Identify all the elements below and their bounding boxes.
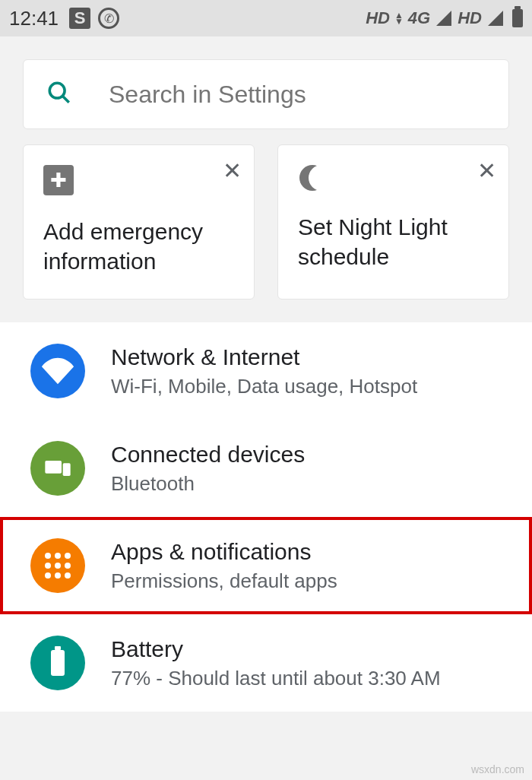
svg-rect-3: [63, 463, 71, 476]
item-connected-devices[interactable]: Connected devices Bluetooth: [0, 420, 532, 517]
search-placeholder: Search in Settings: [109, 81, 306, 109]
hd-indicator-1: HD: [366, 8, 390, 28]
moon-icon: [299, 165, 325, 191]
item-subtitle: Wi-Fi, Mobile, Data usage, Hotspot: [111, 375, 417, 398]
close-icon[interactable]: ✕: [223, 157, 242, 184]
item-apps-notifications[interactable]: Apps & notifications Permissions, defaul…: [0, 517, 532, 614]
suggestion-title: Set Night Light schedule: [298, 212, 489, 271]
svg-rect-2: [45, 461, 62, 474]
plus-icon: ✚: [43, 165, 74, 195]
svg-line-1: [62, 96, 69, 103]
settings-list: Network & Internet Wi-Fi, Mobile, Data u…: [0, 322, 532, 712]
item-network-internet[interactable]: Network & Internet Wi-Fi, Mobile, Data u…: [0, 322, 532, 420]
watermark: wsxdn.com: [471, 763, 524, 775]
svg-point-0: [49, 83, 65, 98]
suggestion-emergency[interactable]: ✕ ✚ Add emergency information: [23, 144, 255, 300]
signal-icon-2: [488, 11, 503, 26]
item-battery[interactable]: Battery 77% - Should last until about 3:…: [0, 614, 532, 712]
status-time: 12:41: [9, 7, 59, 30]
search-icon: [46, 80, 72, 109]
search-box[interactable]: Search in Settings: [23, 59, 509, 129]
phone-icon: ✆: [98, 8, 119, 29]
battery-circle-icon: [30, 636, 85, 690]
search-container: Search in Settings: [0, 36, 532, 144]
suggestion-title: Add emergency information: [43, 217, 234, 276]
status-right-icons: HD ▲▼ 4G HD: [366, 8, 523, 28]
signal-icon-1: [436, 11, 451, 26]
status-bar: 12:41 S ✆ HD ▲▼ 4G HD: [0, 0, 532, 36]
app-icon-s: S: [69, 8, 90, 29]
item-subtitle: 77% - Should last until about 3:30 AM: [111, 667, 441, 690]
devices-icon: [30, 441, 85, 496]
item-subtitle: Bluetooth: [111, 472, 305, 496]
item-title: Apps & notifications: [111, 539, 337, 565]
item-subtitle: Permissions, default apps: [111, 569, 337, 593]
item-title: Network & Internet: [111, 344, 417, 370]
wifi-icon: [30, 344, 85, 398]
item-title: Connected devices: [111, 442, 305, 468]
battery-icon: [512, 9, 523, 27]
data-arrows-icon: ▲▼: [394, 12, 404, 24]
status-left-icons: S ✆: [69, 8, 119, 29]
network-type: 4G: [408, 8, 430, 28]
suggestion-night-light[interactable]: ✕ Set Night Light schedule: [277, 144, 509, 300]
close-icon[interactable]: ✕: [477, 157, 496, 184]
item-title: Battery: [111, 636, 441, 662]
hd-indicator-2: HD: [458, 8, 482, 28]
apps-icon: [30, 538, 85, 593]
suggestion-cards: ✕ ✚ Add emergency information ✕ Set Nigh…: [0, 144, 532, 322]
